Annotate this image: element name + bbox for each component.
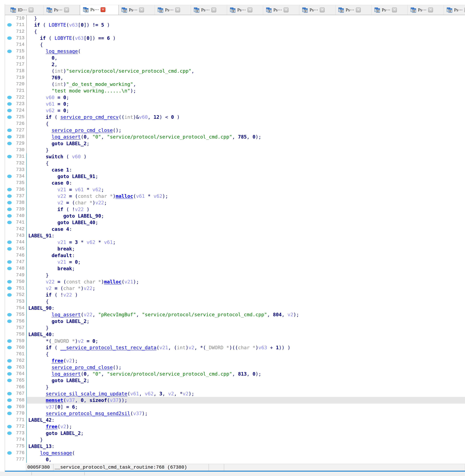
close-icon[interactable]: ✕	[392, 8, 397, 12]
source-text[interactable]: v21 = v61 * v62;	[27, 186, 465, 193]
source-text[interactable]: log_assert(v22, "pRecvImgBuf", "service/…	[27, 311, 465, 318]
source-text[interactable]: *(_DWORD *)v2 = 0;	[27, 338, 465, 344]
source-text[interactable]: log_assert(0, "0", "service/protocol/ser…	[27, 371, 465, 377]
breakpoint-gutter[interactable]	[5, 443, 12, 450]
breakpoint-dot-icon[interactable]	[7, 194, 12, 198]
source-text[interactable]: v61 = 0;	[27, 101, 465, 107]
source-text[interactable]: goto LABEL_40;	[27, 219, 465, 226]
source-text[interactable]: {	[27, 28, 465, 35]
source-text[interactable]: log_assert(0, "0", "service/protocol/ser…	[27, 134, 465, 140]
breakpoint-gutter[interactable]	[5, 430, 12, 436]
breakpoint-dot-icon[interactable]	[7, 425, 12, 428]
breakpoint-dot-icon[interactable]	[7, 346, 12, 349]
source-text[interactable]: (int)"service/protocol/service_protocol_…	[27, 68, 465, 74]
breakpoint-gutter[interactable]	[5, 305, 12, 311]
breakpoint-gutter[interactable]	[5, 55, 12, 61]
source-text[interactable]: if ( LOBYTE(v63[0]) != 5 )	[27, 22, 465, 28]
breakpoint-dot-icon[interactable]	[7, 221, 12, 224]
source-text[interactable]: if ( service_pro_cmd_recv((int)&v60, 12)…	[27, 114, 465, 120]
breakpoint-dot-icon[interactable]	[7, 366, 12, 369]
source-text[interactable]: if ( !v22 )	[27, 206, 465, 213]
breakpoint-dot-icon[interactable]	[7, 241, 12, 244]
tab-pseudocode-6[interactable]: Ps⋯ ✕	[227, 5, 263, 15]
source-text[interactable]: }	[27, 272, 465, 278]
breakpoint-gutter[interactable]	[5, 357, 12, 364]
close-icon[interactable]: ✕	[211, 8, 216, 12]
breakpoint-gutter[interactable]	[5, 61, 12, 68]
source-text[interactable]: log_message(	[27, 450, 465, 456]
breakpoint-gutter[interactable]	[5, 436, 12, 443]
breakpoint-gutter[interactable]	[5, 371, 12, 377]
breakpoint-dot-icon[interactable]	[7, 188, 12, 191]
source-text[interactable]: v22 = (const char *)malloc(v61 * v62);	[27, 193, 465, 199]
breakpoint-gutter[interactable]	[5, 417, 12, 423]
tab-pseudocode-9[interactable]: Ps⋯ ✕	[335, 5, 371, 15]
close-icon[interactable]: ✕	[428, 8, 433, 12]
breakpoint-gutter[interactable]	[5, 390, 12, 397]
close-icon[interactable]: ✕	[29, 8, 33, 12]
breakpoint-gutter[interactable]	[5, 292, 12, 298]
breakpoint-gutter[interactable]	[5, 351, 12, 357]
breakpoint-gutter[interactable]	[5, 298, 12, 305]
breakpoint-dot-icon[interactable]	[7, 412, 12, 415]
source-text[interactable]: default:	[27, 252, 465, 259]
breakpoint-dot-icon[interactable]	[7, 175, 12, 178]
breakpoint-dot-icon[interactable]	[7, 23, 12, 27]
source-text[interactable]: 769,	[27, 74, 465, 81]
tab-pseudocode-10[interactable]: Ps⋯ ✕	[371, 5, 408, 15]
source-text[interactable]: goto LABEL_2;	[27, 318, 465, 325]
breakpoint-dot-icon[interactable]	[7, 280, 12, 284]
source-text[interactable]: goto LABEL_91;	[27, 173, 465, 180]
close-icon[interactable]: ✕	[320, 8, 325, 12]
breakpoint-gutter[interactable]	[5, 311, 12, 318]
source-text[interactable]: service_protocol_msg_send2sil(v37);	[27, 410, 465, 417]
source-text[interactable]: }	[27, 384, 465, 390]
source-text[interactable]: {	[27, 41, 465, 48]
source-text[interactable]: }	[27, 147, 465, 153]
breakpoint-gutter[interactable]	[5, 278, 12, 285]
breakpoint-dot-icon[interactable]	[7, 260, 12, 264]
breakpoint-gutter[interactable]	[5, 120, 12, 127]
source-text[interactable]: LABEL_40:	[27, 331, 465, 338]
close-icon[interactable]: ✕	[175, 8, 180, 12]
breakpoint-gutter[interactable]	[5, 48, 12, 54]
breakpoint-dot-icon[interactable]	[7, 286, 12, 290]
breakpoint-gutter[interactable]	[5, 22, 12, 28]
breakpoint-gutter[interactable]	[5, 41, 12, 48]
breakpoint-dot-icon[interactable]	[7, 128, 12, 132]
source-text[interactable]: goto LABEL_2;	[27, 140, 465, 147]
breakpoint-gutter[interactable]	[5, 74, 12, 81]
breakpoint-gutter[interactable]	[5, 15, 12, 22]
source-text[interactable]: 2,	[27, 61, 465, 68]
breakpoint-gutter[interactable]	[5, 186, 12, 193]
breakpoint-gutter[interactable]	[5, 252, 12, 259]
breakpoint-dot-icon[interactable]	[7, 319, 12, 323]
breakpoint-dot-icon[interactable]	[7, 155, 12, 158]
breakpoint-gutter[interactable]	[5, 384, 12, 390]
breakpoint-dot-icon[interactable]	[7, 339, 12, 343]
breakpoint-dot-icon[interactable]	[7, 267, 12, 270]
tab-pseudocode-1[interactable]: Ps⋯ ✕	[44, 5, 80, 15]
source-text[interactable]: v2 = (char *)v22;	[27, 199, 465, 206]
tab-pseudocode-4[interactable]: Ps⋯ ✕	[155, 5, 191, 15]
source-text[interactable]: case 1:	[27, 167, 465, 173]
source-text[interactable]: log_message(	[27, 48, 465, 54]
breakpoint-gutter[interactable]	[5, 107, 12, 114]
source-text[interactable]: {	[27, 298, 465, 305]
source-text[interactable]: 0,	[27, 55, 465, 61]
breakpoint-gutter[interactable]	[5, 232, 12, 239]
breakpoint-gutter[interactable]	[5, 153, 12, 160]
breakpoint-gutter[interactable]	[5, 127, 12, 134]
breakpoint-gutter[interactable]	[5, 94, 12, 101]
breakpoint-gutter[interactable]	[5, 450, 12, 456]
breakpoint-gutter[interactable]	[5, 134, 12, 140]
breakpoint-dot-icon[interactable]	[7, 379, 12, 382]
source-text[interactable]: v22 = (const char *)malloc(v21);	[27, 278, 465, 285]
breakpoint-gutter[interactable]	[5, 199, 12, 206]
breakpoint-gutter[interactable]	[5, 140, 12, 147]
close-icon[interactable]: ✕	[464, 8, 465, 12]
breakpoint-gutter[interactable]	[5, 114, 12, 120]
breakpoint-gutter[interactable]	[5, 338, 12, 344]
source-text[interactable]: v2 = (char *)v22;	[27, 285, 465, 292]
source-text[interactable]: (int)"_do_test_mode_working",	[27, 81, 465, 87]
